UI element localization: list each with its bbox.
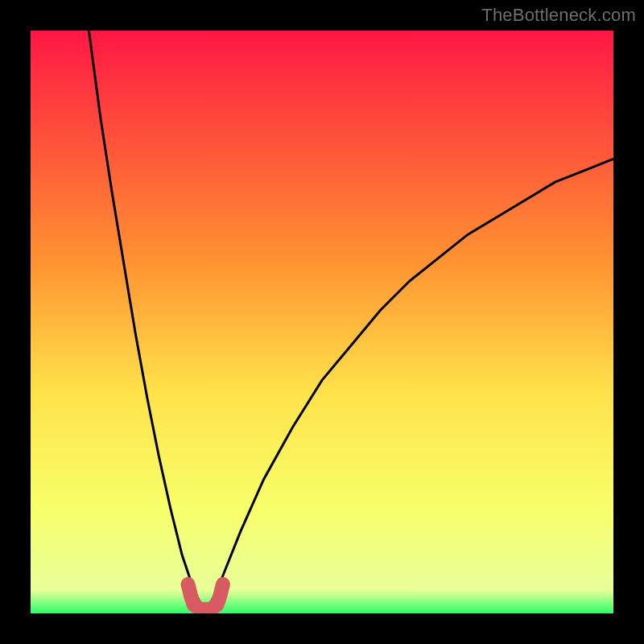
gradient-background [31, 31, 613, 613]
plot-area [31, 31, 613, 613]
watermark-text: TheBottleneck.com [481, 5, 636, 26]
chart-svg [31, 31, 613, 613]
chart-frame: TheBottleneck.com [0, 0, 644, 644]
